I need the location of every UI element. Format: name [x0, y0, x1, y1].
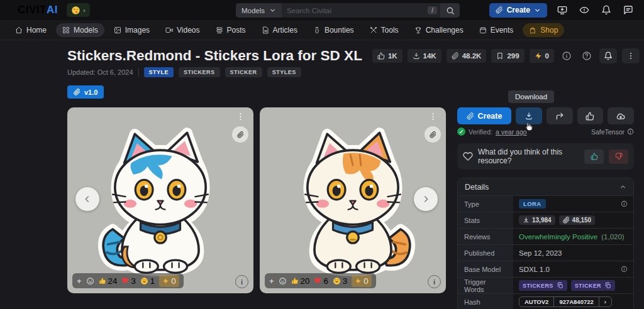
- dots-vertical-icon: [626, 52, 635, 60]
- nav-label: Posts: [227, 26, 246, 35]
- details-header[interactable]: Details: [458, 178, 633, 195]
- screen-share-icon[interactable]: [555, 3, 569, 17]
- trigger-word-stickers[interactable]: STICKERS: [519, 280, 567, 291]
- smiley-picker-icon[interactable]: [86, 277, 94, 285]
- header-create-button[interactable]: Create: [489, 3, 547, 18]
- nav-item-shop[interactable]: Shop: [523, 23, 564, 37]
- share-button[interactable]: [547, 107, 573, 124]
- help-circle-icon[interactable]: [579, 48, 594, 63]
- reviews-rating-link[interactable]: Overwhelmingly Positive: [519, 233, 597, 241]
- card-menu-button[interactable]: [429, 112, 437, 121]
- info-circle-icon[interactable]: [621, 200, 628, 207]
- verified-label: Verified:: [469, 128, 492, 136]
- bookmarks-stat-badge[interactable]: 299: [491, 49, 524, 63]
- nav-item-images[interactable]: Images: [108, 23, 156, 37]
- tag-stickers[interactable]: STICKERS: [179, 67, 220, 77]
- bolt-icon: [162, 278, 169, 285]
- trigger-word-sticker[interactable]: STICKER: [571, 280, 615, 291]
- version-tab-v1[interactable]: v1.0: [67, 85, 104, 99]
- verified-time-link[interactable]: a year ago: [496, 128, 527, 136]
- feedback-thumbs-down-button[interactable]: [609, 149, 628, 164]
- lora-type-badge[interactable]: LORA: [519, 199, 546, 209]
- usage-chip: 48,150: [559, 215, 596, 225]
- tag-sticker[interactable]: STICKER: [225, 67, 262, 77]
- nav-item-bounties[interactable]: Bounties: [307, 23, 360, 37]
- download-button[interactable]: [516, 107, 542, 124]
- energy-reaction[interactable]: 0: [352, 275, 371, 287]
- reaction-bar: + 24 3: [72, 273, 184, 288]
- like-reaction[interactable]: 24: [99, 276, 118, 286]
- download-tooltip: Download: [508, 90, 554, 103]
- download-icon: [523, 217, 530, 224]
- search-button[interactable]: [440, 3, 460, 18]
- nav-item-videos[interactable]: Videos: [159, 23, 206, 37]
- notifications-bell-icon[interactable]: [599, 3, 613, 17]
- likes-stat-badge[interactable]: 1K: [372, 49, 402, 63]
- heart-reaction[interactable]: 6: [314, 276, 328, 286]
- paperclip-icon: [452, 52, 459, 60]
- card-resources-button[interactable]: [232, 126, 248, 143]
- nav-item-posts[interactable]: Posts: [209, 23, 252, 37]
- carousel-next-button[interactable]: [414, 187, 438, 211]
- info-icon: [562, 51, 572, 61]
- details-panel: Details Type LORA Stats: [457, 178, 634, 309]
- image-info-button[interactable]: i: [235, 275, 248, 288]
- copy-icon: [604, 282, 611, 289]
- image-info-button[interactable]: i: [428, 275, 441, 288]
- primary-tag-style[interactable]: STYLE: [144, 67, 174, 77]
- laugh-reaction[interactable]: 1: [140, 276, 155, 286]
- paperclip-icon: [467, 112, 474, 120]
- downloads-stat-badge[interactable]: 14K: [408, 49, 441, 63]
- vault-button[interactable]: [608, 107, 634, 124]
- profile-emoji-badge[interactable]: ›: [67, 3, 90, 17]
- heart-reaction[interactable]: 3: [121, 276, 135, 286]
- more-options-button[interactable]: [622, 48, 640, 63]
- energy-reaction[interactable]: 0: [159, 275, 179, 287]
- browsing-level-eye-icon[interactable]: [577, 3, 591, 17]
- nav-item-home[interactable]: Home: [9, 23, 53, 37]
- smiley-picker-icon[interactable]: [279, 277, 287, 285]
- logo-ai-text: AI: [47, 4, 58, 16]
- add-reaction-button[interactable]: +: [269, 276, 274, 286]
- detail-row-hash: Hash AUTOV2 927A840722 ›: [458, 293, 633, 309]
- nav-item-articles[interactable]: Articles: [255, 23, 304, 37]
- nav-item-challenges[interactable]: Challenges: [408, 23, 470, 37]
- detail-row-reviews: Reviews Overwhelmingly Positive (1,020): [458, 228, 633, 244]
- thumbs-up-icon: [377, 52, 385, 60]
- energy-stat-badge[interactable]: 0: [530, 49, 554, 63]
- civitai-logo[interactable]: CIVITAI: [18, 4, 58, 16]
- search-category-dropdown[interactable]: Models: [236, 3, 282, 18]
- feedback-thumbs-up-button[interactable]: [584, 149, 604, 164]
- chevron-right-icon: [421, 194, 431, 204]
- create-with-model-button[interactable]: Create: [457, 107, 511, 124]
- tag-styles[interactable]: STYLES: [267, 67, 301, 77]
- add-reaction-button[interactable]: +: [77, 276, 82, 286]
- cat-sticker-blue-image: [91, 124, 230, 287]
- video-icon: [165, 26, 173, 34]
- info-glyph: i: [433, 278, 435, 286]
- hash-value[interactable]: 927A840722: [553, 297, 598, 306]
- chat-icon[interactable]: [621, 3, 635, 17]
- search-input[interactable]: [282, 3, 428, 18]
- hash-next-button[interactable]: ›: [599, 297, 611, 306]
- bookmark-icon: [496, 52, 504, 60]
- heart-emoji-icon: [314, 277, 321, 285]
- notify-bell-plus-button[interactable]: [599, 48, 617, 63]
- info-circle-icon[interactable]: [559, 48, 574, 63]
- like-model-button[interactable]: [577, 107, 604, 124]
- details-title: Details: [465, 183, 489, 192]
- card-menu-button[interactable]: [236, 112, 245, 121]
- carousel-prev-button[interactable]: [75, 187, 99, 211]
- nav-item-events[interactable]: Events: [473, 23, 520, 37]
- paperclip-icon: [430, 131, 436, 138]
- paperclip-icon: [237, 131, 244, 138]
- nav-item-models[interactable]: Models: [56, 23, 104, 37]
- usage-stat-badge[interactable]: 48.2K: [447, 49, 487, 63]
- info-circle-icon[interactable]: [627, 128, 634, 135]
- like-reaction[interactable]: 20: [291, 276, 310, 286]
- hash-type[interactable]: AUTOV2: [519, 297, 553, 306]
- info-circle-icon[interactable]: [621, 266, 628, 273]
- nav-item-tools[interactable]: Tools: [364, 23, 405, 37]
- laugh-reaction[interactable]: 3: [333, 276, 347, 286]
- card-resources-button[interactable]: [425, 126, 441, 143]
